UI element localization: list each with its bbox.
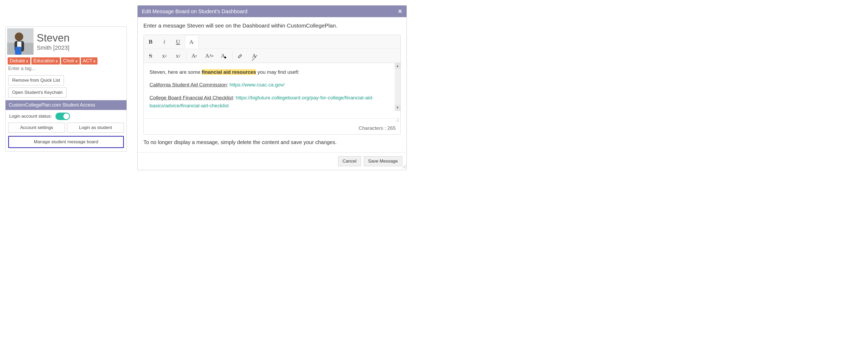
modal-footer: Cancel Save Message: [137, 152, 406, 170]
font-options-button[interactable]: A:: [185, 35, 199, 49]
font-size-button[interactable]: AA ▾: [201, 49, 217, 63]
student-access-section: CustomCollegePlan.com Student Access: [5, 100, 127, 110]
character-count: Characters : 265: [144, 122, 400, 134]
font-family-button[interactable]: A ▾: [187, 49, 201, 63]
student-first-name: Steven: [37, 32, 70, 44]
tag-education[interactable]: Education x: [31, 57, 60, 64]
scroll-up-icon[interactable]: ▲: [395, 63, 400, 69]
modal-title-bar: Edit Message Board on Student's Dashboar…: [137, 5, 406, 17]
editor-resize-handle[interactable]: [144, 118, 400, 122]
login-status-row: Login account status:: [5, 110, 127, 121]
toolbar-separator: [232, 51, 232, 60]
toolbar-row-2: S x2 x2 A ▾ AA ▾ A● A／: [144, 49, 400, 63]
tag-label: Choir: [63, 58, 74, 64]
modal-instruction: Enter a message Steven will see on the D…: [144, 23, 401, 29]
tag-act[interactable]: ACT x: [81, 57, 98, 64]
tag-label: ACT: [83, 58, 92, 64]
edit-message-modal: Edit Message Board on Student's Dashboar…: [137, 5, 407, 170]
student-card: Steven Smith [2023] Debate x Education x…: [5, 26, 127, 151]
remove-quicklist-button[interactable]: Remove from Quick List: [8, 75, 64, 85]
remove-tag-icon[interactable]: x: [56, 59, 58, 63]
login-status-label: Login account status:: [9, 114, 52, 119]
student-header: Steven Smith [2023]: [5, 27, 127, 56]
font-color-button[interactable]: A●: [217, 49, 231, 63]
italic-button[interactable]: i: [157, 35, 171, 49]
message-text: Steven, here are some: [150, 69, 202, 75]
login-status-toggle[interactable]: [56, 113, 70, 120]
manage-message-board-button[interactable]: Manage student message board: [8, 136, 124, 148]
tag-choir[interactable]: Choir x: [61, 57, 80, 64]
remove-tag-icon[interactable]: x: [75, 59, 78, 63]
resource-link[interactable]: https://www.csac.ca.gov/: [229, 82, 284, 87]
subscript-button[interactable]: x2: [157, 49, 171, 63]
message-text: you may find usefl:: [256, 69, 299, 75]
superscript-button[interactable]: x2: [171, 49, 185, 63]
highlighted-text: financial aid resources: [202, 69, 256, 75]
underline-button[interactable]: U: [171, 35, 185, 49]
editor-content[interactable]: Steven, here are some financial aid reso…: [144, 63, 400, 118]
tag-label: Debate: [10, 58, 25, 64]
rich-text-editor: B i U A: S x2 x2 A ▾ AA ▾ A● A／: [144, 35, 401, 135]
clear-format-button[interactable]: A／: [247, 49, 261, 63]
strikethrough-button[interactable]: S: [144, 49, 157, 63]
tag-row: Debate x Education x Choir x ACT x: [5, 56, 127, 74]
cancel-button[interactable]: Cancel: [338, 156, 361, 166]
student-last-name: Smith [2023]: [37, 45, 70, 51]
svg-rect-5: [15, 47, 21, 55]
avatar[interactable]: [7, 28, 34, 55]
tag-input[interactable]: [8, 65, 124, 72]
helper-text: To no longer display a message, simply d…: [137, 135, 406, 152]
save-message-button[interactable]: Save Message: [364, 156, 402, 166]
login-as-student-button[interactable]: Login as student: [67, 123, 124, 133]
svg-point-2: [15, 32, 23, 41]
resource-label: College Board Financial Aid Checklist: [150, 95, 233, 101]
resource-label: California Student Aid Commission: [150, 82, 227, 87]
remove-tag-icon[interactable]: x: [94, 59, 96, 63]
student-name: Steven Smith [2023]: [37, 32, 70, 51]
tag-debate[interactable]: Debate x: [8, 57, 30, 64]
close-icon[interactable]: ✕: [398, 8, 402, 15]
scroll-down-icon[interactable]: ▼: [395, 105, 400, 111]
toolbar-row-1: B i U A:: [144, 35, 400, 49]
toolbar-separator: [186, 51, 186, 60]
bold-button[interactable]: B: [144, 35, 157, 49]
remove-tag-icon[interactable]: x: [26, 59, 28, 63]
modal-title: Edit Message Board on Student's Dashboar…: [142, 8, 248, 15]
open-keychain-button[interactable]: Open Student's Keychain: [8, 87, 67, 97]
modal-resize-handle[interactable]: [402, 165, 406, 169]
editor-scrollbar[interactable]: ▲ ▼: [395, 63, 400, 111]
tag-label: Education: [34, 58, 55, 64]
account-settings-button[interactable]: Account settings: [8, 123, 65, 133]
highlight-button[interactable]: [234, 49, 247, 63]
